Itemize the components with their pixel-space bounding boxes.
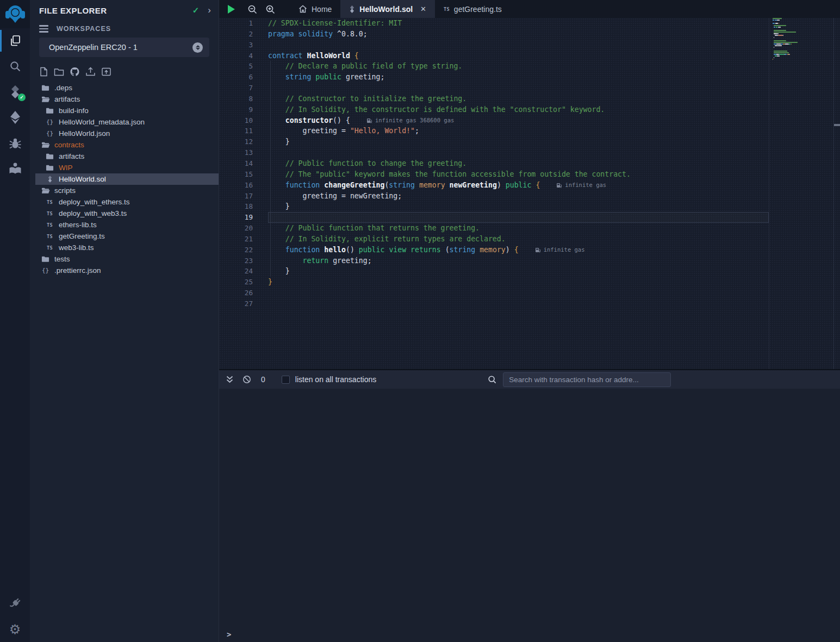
code-line-4[interactable]: 4contract HelloWorld { [219,51,769,61]
sidebar-item-solidity-compiler[interactable]: ✓ [0,79,30,104]
tree-item-helloworld-sol[interactable]: HelloWorld.sol [35,173,219,185]
sidebar-item-deploy-run[interactable] [0,104,30,130]
listen-transactions-checkbox[interactable] [282,376,290,384]
minimap-line [773,18,822,19]
code-line-13[interactable]: 13 [219,147,769,158]
sidebar-item-debugger[interactable] [0,130,30,155]
code-line-27[interactable]: 27 [219,298,769,309]
minimap-line [773,49,822,50]
code-line-3[interactable]: 3 [219,40,769,51]
remix-logo[interactable] [0,0,30,28]
code-line-16[interactable]: 16 function changeGreeting(string memory… [219,180,769,191]
tree-item-helloworld-json[interactable]: {}HelloWorld.json [35,128,219,139]
code-line-6[interactable]: 6 string public greeting; [219,72,769,83]
code-line-21[interactable]: 21 // In Solidity, explicit return types… [219,234,769,245]
minimap-line [773,21,822,22]
code-line-25[interactable]: 25} [219,277,769,288]
code-line-18[interactable]: 18 } [219,201,769,212]
folder-closed-icon [41,255,50,263]
ts-icon: TS [45,211,54,216]
tree-item-ethers-lib-ts[interactable]: TSethers-lib.ts [35,219,219,230]
compile-success-badge: ✓ [18,94,26,101]
line-content: // Constructor to initialize the greetin… [258,94,466,104]
minimap-line [773,39,822,40]
minimap-line [773,52,822,53]
tree-item--prettierrc-json[interactable]: {}.prettierrc.json [35,265,219,276]
tree-item-helloworld-metadata-json[interactable]: {}HelloWorld_metadata.json [35,116,219,128]
tab-helloworld-sol[interactable]: HelloWorld.sol ✕ [340,0,435,18]
tree-item-web3-lib-ts[interactable]: TSweb3-lib.ts [35,242,219,253]
terminal-search-input[interactable] [503,372,671,387]
upload-file-button[interactable] [85,67,96,77]
code-line-7[interactable]: 7 [219,83,769,94]
tree-item-scripts[interactable]: scripts [35,185,219,196]
code-line-12[interactable]: 12 } [219,136,769,147]
chevron-right-icon[interactable]: › [208,7,211,14]
code-line-5[interactable]: 5 // Declare a public field of type stri… [219,61,769,72]
workspaces-row: WORKSPACES [30,17,219,33]
terminal-output[interactable]: > [219,389,840,642]
sidebar-item-search[interactable] [0,53,30,79]
code-line-19[interactable]: 19 [219,212,769,223]
transaction-count-badge: 0 [261,375,265,384]
plug-icon [9,597,21,610]
github-clone-button[interactable] [70,67,80,77]
tree-item-build-info[interactable]: build-info [35,105,219,116]
code-line-20[interactable]: 20 // Public function that returns the g… [219,223,769,234]
clear-console-button[interactable] [242,375,251,384]
terminal-collapse-button[interactable] [226,375,234,384]
code-line-24[interactable]: 24 } [219,266,769,277]
sidebar-item-settings[interactable]: ⚙ [0,616,30,642]
tree-item--deps[interactable]: .deps [35,82,219,94]
tab-home[interactable]: Home [290,0,340,18]
line-content: // The "public" keyword makes the functi… [258,169,631,180]
code-line-17[interactable]: 17 greeting = newGreeting; [219,191,769,202]
tree-item-wip[interactable]: WIP [35,162,219,173]
load-folder-button[interactable] [101,67,111,77]
workspaces-menu-icon[interactable] [39,25,48,32]
code-line-11[interactable]: 11 greeting = "Hello, World!"; [219,126,769,136]
tree-item-deploy-with-ethers-ts[interactable]: TSdeploy_with_ethers.ts [35,196,219,208]
icon-sidebar: ✓ [0,0,30,642]
code-line-8[interactable]: 8 // Constructor to initialize the greet… [219,94,769,104]
minimap-line [773,33,822,34]
code-line-22[interactable]: 22 function hello() public view returns … [219,245,769,255]
line-content: pragma solidity ^0.8.0; [258,29,368,40]
tree-item-artifacts[interactable]: artifacts [35,151,219,162]
zoom-out-button[interactable] [243,0,261,18]
zoom-in-button[interactable] [261,0,279,18]
workspace-selected-value: OpenZeppelin ERC20 - 1 [49,43,192,52]
code-line-10[interactable]: 10 constructor() {infinite gas 368600 ga… [219,115,769,126]
overview-ruler-cursor-mark [834,124,840,126]
close-tab-icon[interactable]: ✕ [420,5,426,13]
code-line-14[interactable]: 14 // Public function to change the gree… [219,158,769,169]
tree-item-contracts[interactable]: contracts [35,139,219,151]
tree-item-label: .prettierrc.json [54,266,101,275]
tree-item-tests[interactable]: tests [35,253,219,265]
code-editor[interactable]: 1// SPDX-License-Identifier: MIT2pragma … [219,18,840,369]
ethereum-icon [9,110,21,124]
line-number: 4 [219,51,258,61]
tab-getgreeting-ts[interactable]: TS getGreeting.ts [435,0,511,18]
tree-item-artifacts[interactable]: artifacts [35,94,219,105]
tree-item-getgreeting-ts[interactable]: TSgetGreeting.ts [35,230,219,242]
code-line-1[interactable]: 1// SPDX-License-Identifier: MIT [219,18,769,29]
ts-icon: TS [45,245,54,251]
run-script-button[interactable] [219,0,243,18]
minimap[interactable] [773,18,822,64]
code-line-9[interactable]: 9 // In Solidity, the constructor is def… [219,104,769,115]
code-line-2[interactable]: 2pragma solidity ^0.8.0; [219,29,769,40]
new-folder-button[interactable] [54,67,64,77]
sidebar-item-plugin-manager[interactable] [0,591,30,616]
line-number: 3 [219,40,258,51]
tree-item-deploy-with-web3-ts[interactable]: TSdeploy_with_web3.ts [35,208,219,219]
code-line-23[interactable]: 23 return greeting; [219,255,769,266]
search-icon [9,60,22,73]
code-line-26[interactable]: 26 [219,288,769,298]
new-file-button[interactable] [39,67,48,77]
sidebar-item-learneth[interactable] [0,155,30,181]
workspace-select[interactable]: OpenZeppelin ERC20 - 1 [39,38,209,57]
tree-item-label: deploy_with_ethers.ts [59,198,130,206]
code-line-15[interactable]: 15 // The "public" keyword makes the fun… [219,169,769,180]
sidebar-item-file-explorer[interactable] [0,28,30,53]
